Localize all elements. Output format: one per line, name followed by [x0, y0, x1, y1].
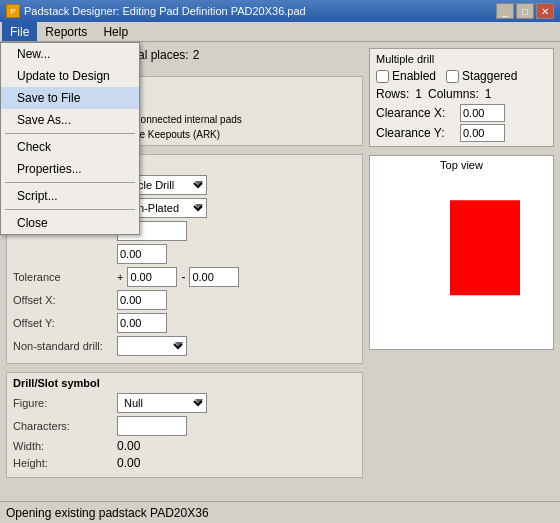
- offset-x-row: Offset X:: [13, 290, 356, 310]
- plus-sign: +: [117, 271, 123, 283]
- figure-select[interactable]: Null Circle Square: [117, 393, 207, 413]
- title-bar-text: Padstack Designer: Editing Pad Definitio…: [24, 5, 306, 17]
- top-view-box: Top view: [369, 155, 554, 350]
- characters-label: Characters:: [13, 420, 113, 432]
- drill-diameter-value-input[interactable]: [117, 244, 167, 264]
- enabled-label: Enabled: [392, 69, 436, 83]
- decimal-places-value: 2: [193, 48, 200, 62]
- menu-bar: File Reports Help New... Update to Desig…: [0, 22, 560, 42]
- columns-value: 1: [485, 87, 492, 101]
- height-row: Height: 0.00: [13, 456, 356, 470]
- menu-close[interactable]: Close: [1, 212, 139, 234]
- non-standard-drill-select[interactable]: [117, 336, 187, 356]
- title-bar-buttons: _ □ ✕: [496, 3, 554, 19]
- separator-2: [5, 182, 135, 183]
- characters-input[interactable]: [117, 416, 187, 436]
- width-label: Width:: [13, 440, 113, 452]
- rows-label: Rows:: [376, 87, 409, 101]
- status-bar: Opening existing padstack PAD20X36: [0, 501, 560, 523]
- menu-update-to-design[interactable]: Update to Design: [1, 65, 139, 87]
- clearance-y-label: Clearance Y:: [376, 126, 456, 140]
- drill-slot-symbol-title: Drill/Slot symbol: [13, 377, 356, 389]
- clearance-x-label: Clearance X:: [376, 106, 456, 120]
- clearance-x-input[interactable]: [460, 104, 505, 122]
- offset-y-row: Offset Y:: [13, 313, 356, 333]
- tolerance-minus-input[interactable]: [189, 267, 239, 287]
- figure-row: Figure: Null Circle Square: [13, 393, 356, 413]
- menu-save-as[interactable]: Save As...: [1, 109, 139, 131]
- characters-row: Characters:: [13, 416, 356, 436]
- non-standard-drill-label: Non-standard drill:: [13, 340, 113, 352]
- enabled-checkbox[interactable]: [376, 70, 389, 83]
- width-row: Width: 0.00: [13, 439, 356, 453]
- separator-1: [5, 133, 135, 134]
- multiple-drill-box: Multiple drill Enabled Staggered Rows: 1…: [369, 48, 554, 147]
- offset-x-input[interactable]: [117, 290, 167, 310]
- multiple-drill-title: Multiple drill: [376, 53, 547, 65]
- pad-preview-rect: [450, 200, 520, 295]
- menu-properties[interactable]: Properties...: [1, 158, 139, 180]
- tolerance-label: Tolerance: [13, 271, 113, 283]
- minimize-button[interactable]: _: [496, 3, 514, 19]
- dash-sign: -: [181, 270, 185, 284]
- menu-help[interactable]: Help: [95, 22, 136, 41]
- menu-save-to-file[interactable]: Save to File: [1, 87, 139, 109]
- title-bar: P Padstack Designer: Editing Pad Definit…: [0, 0, 560, 22]
- menu-reports[interactable]: Reports: [37, 22, 95, 41]
- app-icon: P: [6, 4, 20, 18]
- width-value: 0.00: [117, 439, 140, 453]
- menu-file[interactable]: File: [2, 22, 37, 41]
- non-standard-drill-row: Non-standard drill:: [13, 336, 356, 356]
- rows-value: 1: [415, 87, 422, 101]
- offset-x-label: Offset X:: [13, 294, 113, 306]
- separator-3: [5, 209, 135, 210]
- figure-label: Figure:: [13, 397, 113, 409]
- menu-check[interactable]: Check: [1, 136, 139, 158]
- status-text: Opening existing padstack PAD20X36: [6, 506, 209, 520]
- menu-script[interactable]: Script...: [1, 185, 139, 207]
- tolerance-plus-input[interactable]: [127, 267, 177, 287]
- staggered-checkbox[interactable]: [446, 70, 459, 83]
- offset-y-input[interactable]: [117, 313, 167, 333]
- close-window-button[interactable]: ✕: [536, 3, 554, 19]
- top-view-label: Top view: [440, 159, 483, 171]
- clearance-y-input[interactable]: [460, 124, 505, 142]
- height-value: 0.00: [117, 456, 140, 470]
- staggered-label: Staggered: [462, 69, 517, 83]
- maximize-button[interactable]: □: [516, 3, 534, 19]
- offset-y-label: Offset Y:: [13, 317, 113, 329]
- columns-label: Columns:: [428, 87, 479, 101]
- tolerance-row: Tolerance + -: [13, 267, 356, 287]
- menu-new[interactable]: New...: [1, 43, 139, 65]
- file-dropdown-menu: New... Update to Design Save to File Sav…: [0, 42, 140, 235]
- height-label: Height:: [13, 457, 113, 469]
